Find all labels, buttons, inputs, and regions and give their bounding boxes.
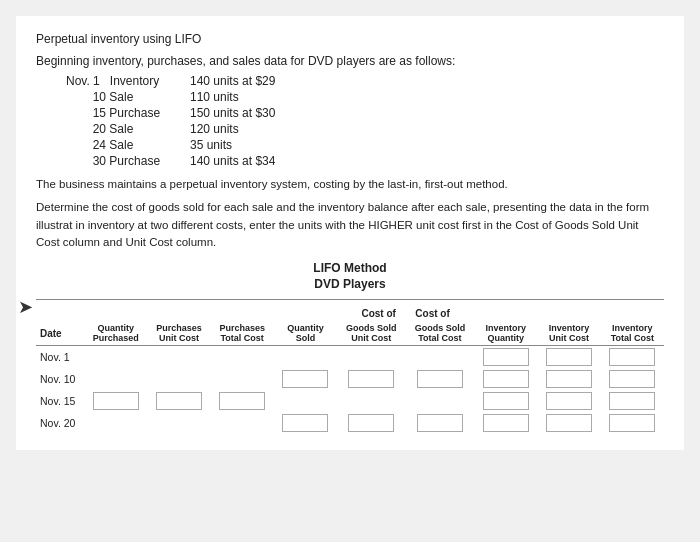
th-inv-unit-label [537,306,600,321]
input-qty-sold-nov20[interactable] [282,414,328,432]
cell-inv-unit[interactable] [537,368,600,390]
page-title: Perpetual inventory using LIFO [36,32,664,46]
list-item: 24 Sale 35 units [66,138,664,152]
cell-qty-sold [274,390,337,412]
input-goods-total-nov20[interactable] [417,414,463,432]
input-inv-total-nov1[interactable] [609,348,655,366]
cell-total-cost [211,346,274,369]
cell-date: Nov. 1 [36,346,84,369]
cell-goods-unit [337,346,406,369]
item-detail: 35 units [190,138,232,152]
th-sold: QuantitySold [274,321,337,346]
input-goods-unit-nov20[interactable] [348,414,394,432]
input-inv-unit-nov10[interactable] [546,370,592,388]
th-purchases-unit-label [147,306,210,321]
list-item: 30 Purchase 140 units at $34 [66,154,664,168]
item-label: 15 Purchase [66,106,166,120]
input-inv-total-nov10[interactable] [609,370,655,388]
th-goods-unit-cost: Goods SoldUnit Cost [337,321,406,346]
item-label: Nov. 1 Inventory [66,74,166,88]
th-inv-unit: InventoryUnit Cost [537,321,600,346]
th-unit-cost: PurchasesUnit Cost [147,321,210,346]
list-item: 15 Purchase 150 units at $30 [66,106,664,120]
cell-qty-purchased [84,412,147,434]
cell-goods-total[interactable] [406,368,475,390]
item-label: 10 Sale [66,90,166,104]
cell-total-cost [211,368,274,390]
cell-qty-sold[interactable] [274,368,337,390]
th-inv-qty-label [474,306,537,321]
input-inv-unit-nov1[interactable] [546,348,592,366]
cell-goods-total [406,390,475,412]
cell-inv-qty[interactable] [474,390,537,412]
description-2: Determine the cost of goods sold for eac… [36,199,664,251]
input-inv-total-nov15[interactable] [609,392,655,410]
input-unit-cost-nov15[interactable] [156,392,202,410]
cell-qty-sold[interactable] [274,412,337,434]
table-row: Nov. 10 [36,368,664,390]
cell-inv-total[interactable] [601,390,664,412]
cell-goods-unit [337,390,406,412]
input-goods-total-nov10[interactable] [417,370,463,388]
input-goods-unit-nov10[interactable] [348,370,394,388]
cell-inv-qty[interactable] [474,346,537,369]
th-qty-purchased-label [84,306,147,321]
inventory-list: Nov. 1 Inventory 140 units at $29 10 Sal… [66,74,664,168]
input-inv-qty-nov15[interactable] [483,392,529,410]
cell-inv-unit[interactable] [537,346,600,369]
cell-total-cost [211,412,274,434]
table-row: Nov. 1 [36,346,664,369]
item-detail: 110 units [190,90,239,104]
item-label: 24 Sale [66,138,166,152]
cell-qty-sold [274,346,337,369]
left-arrow-icon: ➤ [18,296,33,318]
cell-inv-unit[interactable] [537,390,600,412]
cell-unit-cost [147,346,210,369]
input-inv-qty-nov10[interactable] [483,370,529,388]
table-row: Nov. 15 [36,390,664,412]
cell-inv-total[interactable] [601,368,664,390]
cell-total-cost[interactable] [211,390,274,412]
lifo-table: Cost of Cost of Date QuantityPurchased P… [36,306,664,434]
input-qty-purchased-nov15[interactable] [93,392,139,410]
cell-inv-qty[interactable] [474,412,537,434]
input-inv-qty-nov1[interactable] [483,348,529,366]
cell-inv-total[interactable] [601,346,664,369]
th-inv-total-label [601,306,664,321]
section-subtitle: DVD Players [36,277,664,291]
input-inv-unit-nov15[interactable] [546,392,592,410]
cell-qty-purchased[interactable] [84,390,147,412]
list-item: 10 Sale 110 units [66,90,664,104]
cell-inv-unit[interactable] [537,412,600,434]
th-empty [36,306,84,321]
cell-inv-qty[interactable] [474,368,537,390]
cell-goods-total [406,346,475,369]
table-row: Nov. 20 [36,412,664,434]
cell-qty-purchased [84,346,147,369]
item-detail: 150 units at $30 [190,106,275,120]
table-divider [36,299,664,300]
cell-inv-total[interactable] [601,412,664,434]
item-detail: 140 units at $34 [190,154,275,168]
list-item: 20 Sale 120 units [66,122,664,136]
cell-unit-cost[interactable] [147,390,210,412]
cell-qty-purchased [84,368,147,390]
th-inv-qty: InventoryQuantity [474,321,537,346]
item-label: 20 Sale [66,122,166,136]
cell-date: Nov. 15 [36,390,84,412]
cell-goods-unit[interactable] [337,412,406,434]
list-item: Nov. 1 Inventory 140 units at $29 [66,74,664,88]
input-inv-total-nov20[interactable] [609,414,655,432]
input-inv-qty-nov20[interactable] [483,414,529,432]
th-cost-of-header: Cost of Cost of [337,306,474,321]
input-total-cost-nov15[interactable] [219,392,265,410]
cell-date: Nov. 10 [36,368,84,390]
item-detail: 120 units [190,122,239,136]
page-container: ➤ Perpetual inventory using LIFO Beginni… [16,16,684,450]
input-inv-unit-nov20[interactable] [546,414,592,432]
cell-goods-unit[interactable] [337,368,406,390]
th-qty-sold-label [274,306,337,321]
input-qty-sold-nov10[interactable] [282,370,328,388]
cell-goods-total[interactable] [406,412,475,434]
th-goods-total-cost: Goods SoldTotal Cost [406,321,475,346]
